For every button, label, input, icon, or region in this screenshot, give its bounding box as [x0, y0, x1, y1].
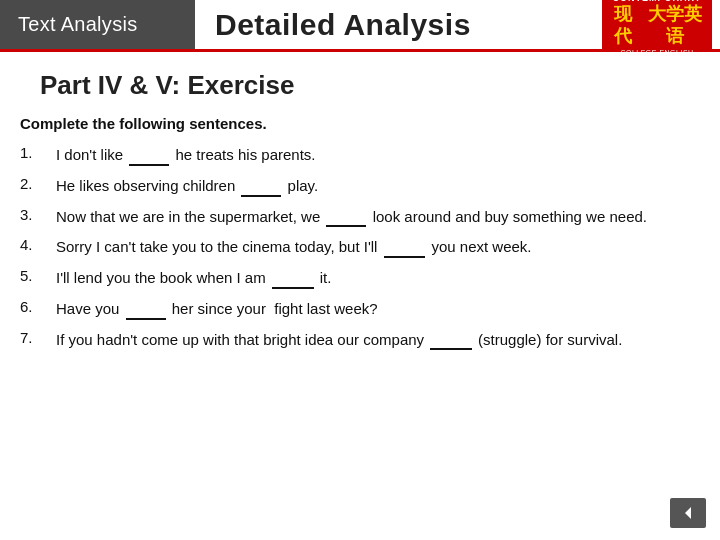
- exercise-list: 1. I don't like he treats his parents. 2…: [20, 142, 700, 350]
- item-number: 1.: [20, 142, 56, 164]
- page-title: Detailed Analysis: [215, 8, 471, 42]
- item-text: He likes observing children play.: [56, 173, 700, 197]
- item-number: 7.: [20, 327, 56, 349]
- item-text: Have you her since your fight last week?: [56, 296, 700, 320]
- list-item: 3. Now that we are in the supermarket, w…: [20, 204, 700, 228]
- back-button[interactable]: [670, 498, 706, 528]
- blank: [384, 234, 426, 258]
- item-text: I don't like he treats his parents.: [56, 142, 700, 166]
- header-left-section: Text Analysis: [0, 0, 195, 49]
- list-item: 4. Sorry I can't take you to the cinema …: [20, 234, 700, 258]
- main-content: Part IV & V: Exercise Complete the follo…: [0, 52, 720, 367]
- list-item: 6. Have you her since your fight last we…: [20, 296, 700, 320]
- logo-bottom-text: COLLEGE ENGLISH: [620, 48, 693, 58]
- item-number: 3.: [20, 204, 56, 226]
- item-number: 5.: [20, 265, 56, 287]
- blank: [272, 265, 314, 289]
- blank: [241, 173, 281, 197]
- app-title: Text Analysis: [18, 13, 138, 36]
- item-number: 6.: [20, 296, 56, 318]
- blank: [126, 296, 166, 320]
- logo: CONTEMPORARY 现代 大学英语 COLLEGE ENGLISH: [602, 0, 712, 51]
- list-item: 7. If you hadn't come up with that brigh…: [20, 327, 700, 351]
- list-item: 1. I don't like he treats his parents.: [20, 142, 700, 166]
- header-logo-section: CONTEMPORARY 现代 大学英语 COLLEGE ENGLISH: [594, 0, 720, 49]
- item-text: Now that we are in the supermarket, we l…: [56, 204, 700, 228]
- item-text: If you hadn't come up with that bright i…: [56, 327, 700, 351]
- item-text: I'll lend you the book when I am it.: [56, 265, 700, 289]
- svg-marker-0: [685, 507, 691, 519]
- back-arrow-icon: [679, 504, 697, 522]
- item-number: 2.: [20, 173, 56, 195]
- blank: [326, 204, 366, 228]
- list-item: 5. I'll lend you the book when I am it.: [20, 265, 700, 289]
- instructions-text: Complete the following sentences.: [20, 115, 700, 132]
- item-text: Sorry I can't take you to the cinema tod…: [56, 234, 700, 258]
- section-subtitle: Part IV & V: Exercise: [20, 70, 700, 101]
- blank: [129, 142, 169, 166]
- blank: [430, 327, 472, 351]
- header-center-section: Detailed Analysis: [195, 0, 594, 49]
- logo-chinese-bottom: 大学英语: [641, 4, 708, 47]
- item-number: 4.: [20, 234, 56, 256]
- list-item: 2. He likes observing children play.: [20, 173, 700, 197]
- logo-chinese-top: 现代: [606, 4, 639, 47]
